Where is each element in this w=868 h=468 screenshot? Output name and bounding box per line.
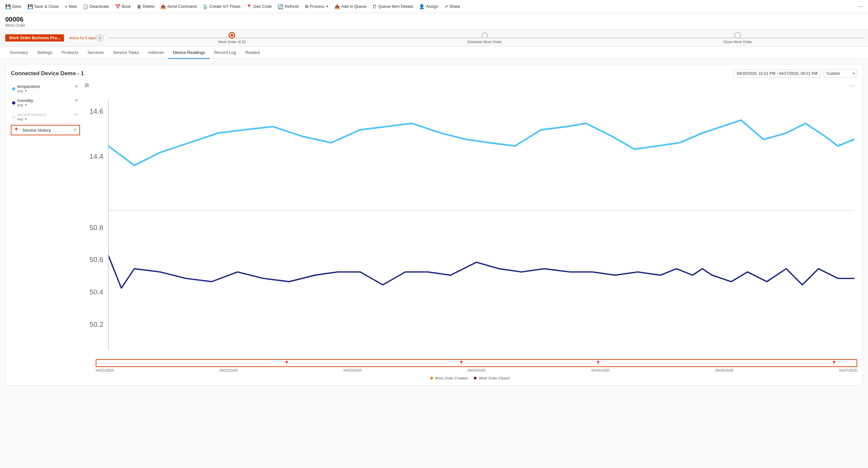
process-bar: Work Order Business Pro... Active for 6 … [0,29,868,47]
pin-3-icon: 📍 [595,360,601,366]
queue-details-icon: 🗒 [372,4,377,9]
closed-label: Work Order Closed [479,376,510,380]
custom-dropdown-wrapper[interactable]: Custom Last 7 days Last 30 days [824,69,857,78]
svg-text:50.8: 50.8 [90,224,103,232]
new-button[interactable]: + New [62,3,80,10]
pin-1-icon: 📍 [284,360,289,366]
tab-services[interactable]: Services [83,47,108,59]
record-type: Work Order [5,23,863,28]
send-command-button[interactable]: 📤 Send Command [158,3,199,10]
chart-layers-button[interactable]: ⊞ [83,81,91,89]
active-stage: Work Order Business Pro... [5,34,64,41]
service-history-label: Service History [22,128,51,133]
tab-products[interactable]: Products [57,47,83,59]
date-label-4: 04/24/2020 [467,368,485,372]
chart-area: ⊞ ⋯ 14.6 14.4 50.8 50.6 50.4 50.2 [83,81,857,380]
temperature-sub-chevron[interactable]: ▼ [25,89,27,92]
service-history-visibility-toggle[interactable]: 👁 [73,127,78,133]
humidity-visibility-toggle[interactable]: 👁 [74,98,79,103]
tab-settings[interactable]: Settings [33,47,57,59]
create-iot-flows-button[interactable]: 📡 Create IoT Flows [200,3,243,10]
chart-layout: temperature avg ▼ 👁 humi [11,81,857,380]
stage-2-label: Schedule Work Order [467,40,502,44]
save-close-icon: 💾 [27,4,33,9]
legend-humidity: humidity avg ▼ 👁 [11,95,80,110]
panel-header: Connected Device Demo - 1 04/20/2020, 10… [11,69,857,78]
temperature-sub: avg [17,89,23,93]
svg-text:50.6: 50.6 [90,256,103,264]
nav-tabs: Summary Settings Products Services Servi… [0,47,868,59]
active-sub: Active for 6 days [69,36,96,40]
record-header: 00006 Work Order [0,13,868,29]
tab-device-readings[interactable]: Device Readings [168,47,209,59]
legend-accelerometerz: accelerometerZ avg ▼ 👁 [11,110,80,123]
stage-1-label: Work Order (6 D) [218,40,246,44]
accelerometerz-sub-chevron[interactable]: ▼ [25,117,27,121]
stage-3[interactable]: Close Work Order [723,32,752,44]
save-close-button[interactable]: 💾 Save & Close [25,3,62,10]
toolbar: 💾 Save 💾 Save & Close + New 📋 Deactivate… [0,0,868,13]
date-label-7: 04/27/2020 [839,368,857,372]
legend-panel: temperature avg ▼ 👁 humi [11,81,83,380]
temperature-label: temperature [17,84,40,89]
temperature-visibility-toggle[interactable]: 👁 [74,84,79,89]
service-history-pin-icon: 📍 [13,127,19,133]
stage-3-circle [735,32,741,38]
process-icon: ⚙ [305,4,309,9]
chart-svg-wrapper: ⊞ ⋯ 14.6 14.4 50.8 50.6 50.4 50.2 [83,81,857,359]
tab-service-tasks[interactable]: Service Tasks [108,47,144,59]
record-id: 00006 [5,16,863,23]
main-content: Connected Device Demo - 1 04/20/2020, 10… [0,59,868,468]
add-queue-icon: 📥 [334,4,340,9]
humidity-label: humidity [17,98,33,103]
accelerometerz-sub: avg [17,117,23,121]
timeline-pin-2: 📍 [459,360,464,366]
accelerometerz-label: accelerometerZ [17,112,47,117]
date-label-5: 04/25/2020 [591,368,609,372]
more-commands-button[interactable]: ⋯ [856,3,865,10]
humidity-sub-chevron[interactable]: ▼ [25,103,27,107]
deactivate-icon: 📋 [83,4,88,9]
tab-record-log[interactable]: Record Log [210,47,241,59]
book-button[interactable]: 📅 Book [112,3,134,10]
stage-back-button[interactable]: ‹ [96,34,103,42]
stage-1[interactable]: Work Order (6 D) [218,32,246,44]
more-icon: ⋯ [859,4,863,9]
humidity-dot [12,101,16,105]
delete-button[interactable]: 🗑 Delete [134,3,157,10]
assign-button[interactable]: 👤 Assign [416,3,441,10]
svg-text:14.4: 14.4 [90,152,103,160]
stages-container: Work Order (6 D) Schedule Work Order Clo… [107,32,863,44]
timeline-bar: 📍 📍 📍 📍 [96,359,857,367]
save-icon: 💾 [5,4,11,9]
process-dropdown-arrow: ▼ [326,5,329,8]
iot-flows-icon: 📡 [203,4,208,9]
closed-dot [474,377,476,379]
geo-code-button[interactable]: 📍 Geo Code [244,3,274,10]
date-label-3: 04/23/2020 [344,368,362,372]
stage-2[interactable]: Schedule Work Order [467,32,502,44]
tab-related[interactable]: Related [241,47,265,59]
process-button[interactable]: ⚙ Process ▼ [302,3,331,10]
refresh-button[interactable]: 🔄 Refresh [275,3,302,10]
tab-address[interactable]: Address [144,47,168,59]
date-label-2: 04/22/2020 [219,368,238,372]
chart-more-button[interactable]: ⋯ [847,81,857,90]
deactivate-button[interactable]: 📋 Deactivate [80,3,111,10]
date-label-1: 04/21/2020 [96,368,114,372]
share-button[interactable]: ↗ Share [441,3,463,10]
humidity-sub: avg [17,103,23,107]
created-label: Work Order Created [435,376,468,380]
tab-summary[interactable]: Summary [5,47,33,59]
date-range-display: 04/20/2020, 10:21 PM - 04/27/2020, 04:21… [733,69,821,78]
timeline-pin-4: 📍 [831,360,837,366]
chart-svg: 14.6 14.4 50.8 50.6 50.4 50.2 [83,81,857,359]
add-to-queue-button[interactable]: 📥 Add to Queue [332,3,369,10]
time-range-select[interactable]: Custom Last 7 days Last 30 days [824,69,857,78]
stage-1-circle [228,32,235,38]
accelerometerz-visibility-toggle[interactable]: 👁 [74,112,79,117]
share-icon: ↗ [444,4,448,9]
assign-icon: 👤 [419,4,425,9]
save-button[interactable]: 💾 Save [3,3,24,10]
queue-item-details-button[interactable]: 🗒 Queue Item Details [370,3,416,10]
